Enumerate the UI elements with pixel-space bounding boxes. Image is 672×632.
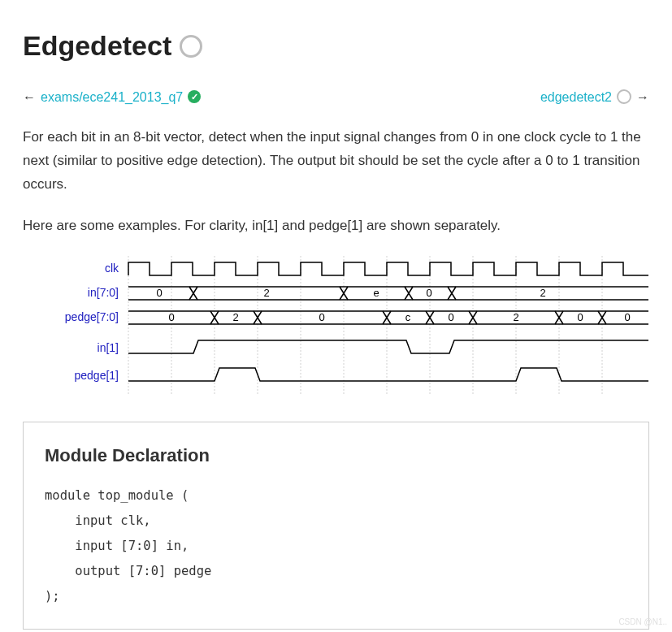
- wave-in1: [128, 340, 648, 353]
- status-unfinished-icon: [180, 35, 202, 58]
- svg-text:0: 0: [319, 311, 324, 323]
- watermark: CSDN @N1..: [618, 615, 667, 629]
- label-in1: in[1]: [98, 341, 119, 354]
- problem-description: For each bit in an 8-bit vector, detect …: [23, 126, 649, 197]
- status-unfinished-small-icon: [617, 89, 631, 104]
- next-link[interactable]: edgedetect2: [540, 86, 612, 108]
- svg-text:0: 0: [426, 287, 431, 299]
- page-title: Edgedetect: [23, 23, 649, 70]
- svg-text:c: c: [405, 311, 411, 323]
- nav-next: edgedetect2 →: [540, 86, 649, 108]
- svg-text:2: 2: [232, 311, 238, 323]
- prev-link[interactable]: exams/ece241_2013_q7: [41, 86, 183, 108]
- bus-pedge: 0 2 0 c 0 2 0 0: [128, 311, 648, 324]
- arrow-left-icon: ←: [23, 86, 36, 108]
- arrow-right-icon: →: [636, 86, 649, 108]
- bus-in: 0 2 e 0 2: [128, 287, 648, 300]
- module-declaration-box: Module Declaration module top_module ( i…: [23, 422, 649, 630]
- module-code: module top_module ( input clk, input [7:…: [45, 483, 627, 609]
- label-in-bus: in[7:0]: [88, 286, 119, 299]
- label-pedge1: pedge[1]: [75, 369, 119, 382]
- svg-text:0: 0: [624, 311, 630, 323]
- label-pedge-bus: pedge[7:0]: [65, 310, 119, 323]
- svg-text:0: 0: [156, 287, 162, 299]
- check-icon: ✓: [188, 90, 201, 103]
- svg-text:2: 2: [540, 287, 545, 299]
- timing-diagram: clk in[7:0] 0 2 e 0 2 pedge[7:0] 0 2 0 c…: [23, 256, 649, 400]
- svg-text:2: 2: [263, 287, 269, 299]
- problem-nav: ← exams/ece241_2013_q7 ✓ edgedetect2 →: [23, 86, 649, 108]
- svg-text:e: e: [373, 287, 379, 299]
- svg-text:2: 2: [513, 311, 518, 323]
- svg-text:0: 0: [168, 311, 174, 323]
- label-clk: clk: [105, 262, 119, 275]
- wave-pedge1: [128, 368, 648, 381]
- wave-clk: [128, 262, 648, 275]
- cycle-guides: [128, 256, 602, 394]
- title-text: Edgedetect: [23, 23, 171, 70]
- nav-prev: ← exams/ece241_2013_q7 ✓: [23, 86, 201, 108]
- svg-text:0: 0: [448, 311, 453, 323]
- examples-intro: Here are some examples. For clarity, in[…: [23, 214, 649, 238]
- module-heading: Module Declaration: [45, 440, 627, 470]
- svg-text:0: 0: [577, 311, 583, 323]
